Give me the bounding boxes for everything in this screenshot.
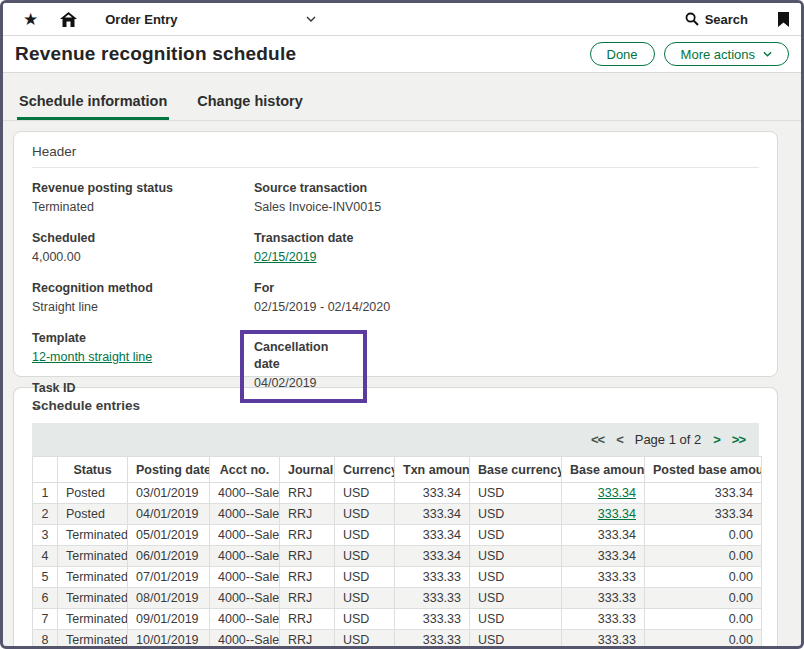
- cell-num: 7: [33, 609, 58, 630]
- base-amount-link[interactable]: 333.34: [598, 507, 636, 521]
- first-page-button[interactable]: <<: [591, 432, 604, 447]
- field-value: 12-month straight line: [32, 349, 254, 366]
- cell-base: 333.34: [562, 546, 645, 567]
- cell-posted: 0.00: [645, 567, 762, 588]
- previous-page-button[interactable]: <: [616, 432, 623, 447]
- cell-currency: USD: [335, 588, 395, 609]
- last-page-button[interactable]: >>: [732, 432, 745, 447]
- cell-base_currency: USD: [470, 588, 562, 609]
- cell-base_currency: USD: [470, 567, 562, 588]
- cell-posting_date: 06/01/2019: [128, 546, 210, 567]
- header-divider: [32, 167, 759, 168]
- cell-base: 333.33: [562, 567, 645, 588]
- star-icon[interactable]: ★: [23, 11, 38, 28]
- cell-acct: 4000--Sales: [210, 483, 280, 504]
- field-value: 02/15/2019 - 02/14/2020: [254, 299, 390, 316]
- field-recognition-method: Recognition methodStraight line: [32, 280, 254, 316]
- cell-posting_date: 05/01/2019: [128, 525, 210, 546]
- column-header-posting_date: Posting date: [128, 457, 210, 483]
- bookmark-icon[interactable]: [778, 12, 789, 27]
- tab-schedule-information[interactable]: Schedule information: [17, 87, 169, 120]
- field-value: 02/15/2019: [254, 249, 390, 266]
- field-value-link[interactable]: 12-month straight line: [32, 350, 152, 364]
- page-title: Revenue recognition schedule: [15, 43, 296, 65]
- cell-status: Terminated: [58, 588, 128, 609]
- column-header-txn: Txn amount: [395, 457, 470, 483]
- cell-acct: 4000--Sales: [210, 630, 280, 647]
- cell-journal: RRJ: [280, 630, 335, 647]
- page-title-bar: Revenue recognition schedule Done More a…: [3, 36, 801, 73]
- cell-base: 333.33: [562, 588, 645, 609]
- cell-journal: RRJ: [280, 609, 335, 630]
- table-row: 7Terminated09/01/20194000--SalesRRJUSD33…: [33, 609, 762, 630]
- cell-base: 333.33: [562, 630, 645, 647]
- field-label: Task ID: [32, 380, 254, 397]
- field-value: 4,000.00: [32, 249, 254, 266]
- app-menu-order-entry[interactable]: Order Entry: [105, 12, 315, 27]
- search-button[interactable]: Search: [685, 12, 748, 27]
- chevron-down-icon: [763, 51, 772, 57]
- column-header-base_currency: Base currency: [470, 457, 562, 483]
- cell-base_currency: USD: [470, 546, 562, 567]
- cell-num: 6: [33, 588, 58, 609]
- field-source-transaction: Source transactionSales Invoice-INV0015: [254, 180, 390, 216]
- base-amount-link[interactable]: 333.34: [598, 486, 636, 500]
- field-for: For02/15/2019 - 02/14/2020: [254, 280, 390, 316]
- cell-posting_date: 09/01/2019: [128, 609, 210, 630]
- header-section: Header Revenue posting statusTerminatedS…: [13, 131, 778, 377]
- header-fields-right: Source transactionSales Invoice-INV0015T…: [254, 180, 390, 430]
- field-label: Source transaction: [254, 180, 390, 197]
- cell-base_currency: USD: [470, 630, 562, 647]
- cell-posted: 0.00: [645, 609, 762, 630]
- cell-acct: 4000--Sales: [210, 504, 280, 525]
- cell-txn: 333.33: [395, 588, 470, 609]
- cell-status: Terminated: [58, 546, 128, 567]
- table-row: 1Posted03/01/20194000--SalesRRJUSD333.34…: [33, 483, 762, 504]
- cell-num: 4: [33, 546, 58, 567]
- cell-txn: 333.34: [395, 504, 470, 525]
- field-value: 04/02/2019: [254, 375, 353, 392]
- table-row: 5Terminated07/01/20194000--SalesRRJUSD33…: [33, 567, 762, 588]
- page-content: Schedule information Change history Head…: [3, 73, 801, 646]
- tab-change-history[interactable]: Change history: [195, 87, 305, 120]
- cell-posting_date: 08/01/2019: [128, 588, 210, 609]
- app-window: ★ Order Entry Search Revenue recognition…: [0, 0, 804, 649]
- field-value-link[interactable]: 02/15/2019: [254, 250, 317, 264]
- cell-base_currency: USD: [470, 483, 562, 504]
- cell-currency: USD: [335, 525, 395, 546]
- cell-posting_date: 03/01/2019: [128, 483, 210, 504]
- home-icon[interactable]: [60, 12, 77, 27]
- cell-status: Terminated: [58, 630, 128, 647]
- header-section-title: Header: [32, 144, 759, 159]
- cell-status: Terminated: [58, 609, 128, 630]
- field-value: Straight line: [32, 299, 254, 316]
- done-button[interactable]: Done: [590, 42, 655, 66]
- search-icon: [685, 12, 699, 26]
- pagination: << < Page 1 of 2 > >>: [591, 432, 745, 447]
- table-row: 3Terminated05/01/20194000--SalesRRJUSD33…: [33, 525, 762, 546]
- cell-txn: 333.33: [395, 567, 470, 588]
- cell-txn: 333.33: [395, 609, 470, 630]
- cell-base: 333.34: [562, 525, 645, 546]
- cell-status: Terminated: [58, 525, 128, 546]
- cell-currency: USD: [335, 546, 395, 567]
- cell-acct: 4000--Sales: [210, 525, 280, 546]
- cell-num: 3: [33, 525, 58, 546]
- cell-acct: 4000--Sales: [210, 609, 280, 630]
- cell-num: 2: [33, 504, 58, 525]
- cell-posted: 333.34: [645, 504, 762, 525]
- more-actions-button[interactable]: More actions: [664, 42, 789, 66]
- field-label: Cancellation date: [254, 339, 353, 373]
- cell-posted: 0.00: [645, 630, 762, 647]
- field-cancellation-date: Cancellation date04/02/2019: [240, 330, 367, 403]
- next-page-button[interactable]: >: [713, 432, 720, 447]
- cell-num: 5: [33, 567, 58, 588]
- field-label: For: [254, 280, 390, 297]
- cell-base: 333.34: [562, 483, 645, 504]
- table-row: 8Terminated10/01/20194000--SalesRRJUSD33…: [33, 630, 762, 647]
- cell-base_currency: USD: [470, 504, 562, 525]
- field-template: Template12-month straight line: [32, 330, 254, 366]
- cell-base: 333.33: [562, 609, 645, 630]
- cell-num: 1: [33, 483, 58, 504]
- cell-currency: USD: [335, 483, 395, 504]
